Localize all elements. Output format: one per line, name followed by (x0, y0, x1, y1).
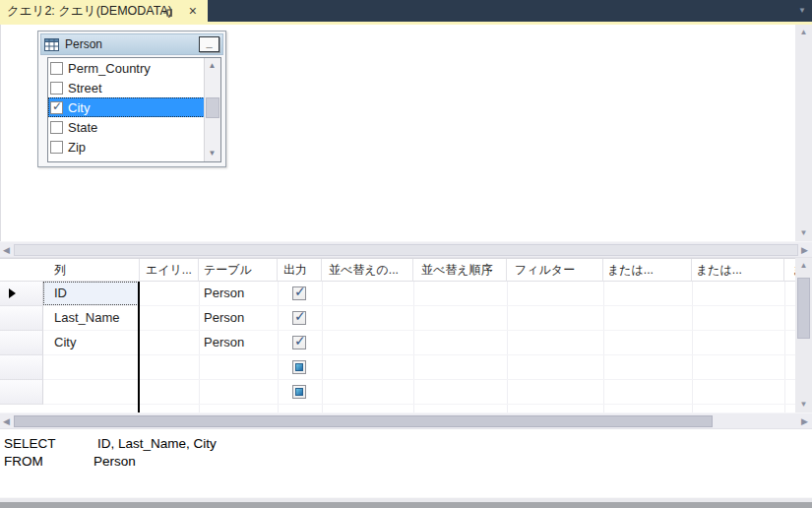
column-checkbox[interactable] (50, 141, 63, 154)
grid-header-table[interactable]: テーブル (199, 259, 278, 282)
grid-header-column[interactable]: 列 (43, 259, 140, 282)
scrollbar-thumb[interactable] (14, 244, 798, 256)
close-icon[interactable]: × (189, 2, 197, 20)
grid-header-sort-type[interactable]: 並べ替えの... (322, 259, 413, 282)
table-column-item[interactable]: Perm_Country (48, 58, 205, 78)
grid-header-row: 列 エイリ... テーブル 出力 並べ替えの... 並べ替え順序 フィルター ま… (0, 258, 799, 282)
current-row-icon (9, 288, 16, 298)
column-checkbox[interactable] (50, 62, 63, 75)
scroll-right-icon[interactable]: ▶ (801, 417, 808, 426)
column-checkbox[interactable] (50, 101, 63, 114)
grid-row: ID Person (43, 282, 799, 306)
window-bottom-bar (0, 502, 812, 508)
sql-text: Person (94, 454, 136, 469)
query-designer-window: クエリ2: クエリ(DEMODATA) × ▼ (0, 0, 812, 508)
diagram-horizontal-scrollbar[interactable]: ◀ ▶ (0, 241, 812, 258)
grid-header-output[interactable]: 出力 (278, 259, 322, 282)
row-header[interactable] (0, 331, 43, 355)
cell-column[interactable]: ID (54, 286, 67, 300)
column-divider-line[interactable] (138, 282, 140, 413)
cell-column[interactable]: City (54, 335, 76, 349)
pin-icon[interactable] (162, 5, 174, 17)
table-column-item[interactable]: Zip (48, 137, 205, 157)
output-checkbox[interactable] (292, 360, 306, 374)
table-column-item[interactable]: City (48, 97, 205, 117)
scroll-down-icon[interactable]: ▼ (205, 147, 219, 160)
scroll-up-icon[interactable]: ▲ (795, 260, 812, 272)
output-checkbox[interactable] (292, 385, 306, 399)
scroll-right-icon[interactable]: ▶ (801, 246, 808, 255)
grid-row-header-column (0, 282, 43, 413)
grid-row: City Person (43, 331, 799, 355)
output-checkbox[interactable] (292, 336, 306, 349)
grid-header-or2[interactable]: または... (692, 259, 784, 282)
minimize-button[interactable]: _ (199, 36, 219, 52)
sql-text: ID, Last_Name, City (97, 436, 217, 451)
scrollbar-thumb[interactable] (797, 278, 810, 339)
scroll-down-icon[interactable]: ▼ (795, 227, 812, 239)
grid-body: ID Person Last_Name Person City Person (0, 282, 799, 413)
row-header[interactable] (0, 380, 43, 405)
tab-list-dropdown-icon[interactable]: ▼ (798, 7, 806, 15)
grid-vertical-scrollbar[interactable]: ▲ ▼ (795, 258, 812, 413)
table-icon (44, 38, 59, 51)
grid-header-or1[interactable]: または... (603, 259, 692, 282)
scroll-up-icon[interactable]: ▲ (205, 59, 219, 73)
diagram-vertical-scrollbar[interactable]: ▲ ▼ (795, 25, 812, 241)
column-label: Street (68, 81, 102, 95)
column-label: City (68, 100, 90, 115)
cell-table[interactable]: Person (204, 286, 244, 300)
table-window-titlebar[interactable]: Person _ (40, 33, 223, 55)
column-list-scrollbar[interactable]: ▲ ▼ (204, 58, 220, 161)
table-window-person[interactable]: Person _ Perm_Country Street City State (37, 31, 226, 167)
table-column-item[interactable]: Street (48, 78, 205, 97)
table-window-title: Person (65, 37, 199, 51)
output-checkbox[interactable] (292, 286, 306, 300)
table-column-list: Perm_Country Street City State Zip ▲ (47, 57, 221, 162)
row-header[interactable] (0, 282, 43, 306)
scroll-up-icon[interactable]: ▲ (795, 27, 812, 38)
output-checkbox[interactable] (292, 311, 306, 325)
sql-keyword: SELECT (4, 436, 56, 451)
scroll-left-icon[interactable]: ◀ (3, 246, 10, 255)
grid-header-sort-order[interactable]: 並べ替え順序 (413, 259, 507, 282)
grid-row (43, 380, 799, 405)
table-column-item[interactable]: State (48, 117, 205, 137)
row-header[interactable] (0, 306, 43, 331)
cell-table[interactable]: Person (204, 335, 244, 349)
scroll-left-icon[interactable]: ◀ (3, 417, 10, 426)
column-checkbox[interactable] (50, 82, 63, 95)
sql-keyword: FROM (4, 454, 43, 469)
tab-strip: クエリ2: クエリ(DEMODATA) × ▼ (0, 0, 812, 22)
grid-row: Last_Name Person (43, 306, 799, 331)
column-label: Perm_Country (68, 61, 151, 76)
scroll-down-icon[interactable]: ▼ (795, 399, 812, 411)
grid-row (43, 355, 799, 380)
cell-column[interactable]: Last_Name (54, 310, 119, 325)
tab-title: クエリ2: クエリ(DEMODATA) (7, 3, 172, 20)
cell-table[interactable]: Person (204, 310, 244, 325)
grid-horizontal-scrollbar[interactable]: ◀ ▶ (0, 413, 812, 429)
row-header[interactable] (0, 355, 43, 380)
scrollbar-thumb[interactable] (206, 97, 219, 118)
column-label: State (68, 120, 97, 135)
scrollbar-thumb[interactable] (14, 415, 713, 427)
sql-pane[interactable]: SELECT ID, Last_Name, City FROM Person (0, 429, 812, 497)
column-label: Zip (68, 140, 86, 155)
grid-header-alias[interactable]: エイリ... (140, 259, 199, 282)
tab-query2[interactable]: クエリ2: クエリ(DEMODATA) × (0, 0, 208, 22)
column-checkbox[interactable] (50, 121, 63, 134)
grid-header-filter[interactable]: フィルター (507, 259, 603, 282)
